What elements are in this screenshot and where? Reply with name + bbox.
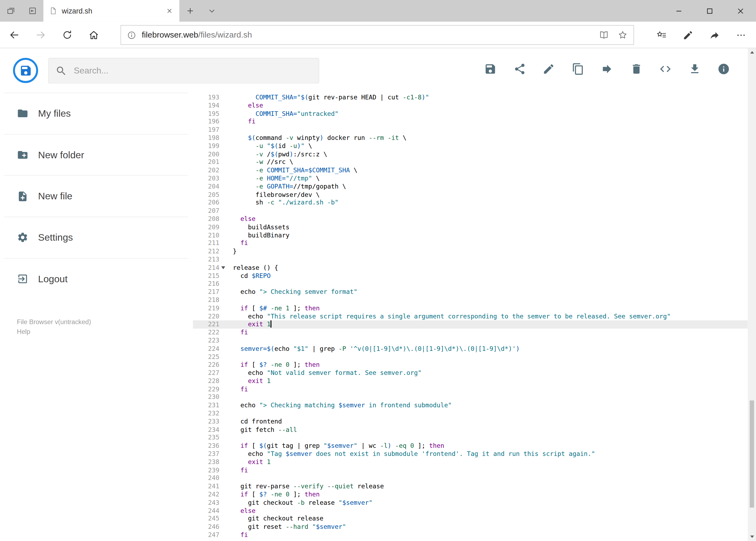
code-line[interactable]: 224 semver=$(echo "$1" | grep -P '^v(0|[… — [193, 345, 748, 353]
back-button[interactable] — [1, 21, 28, 48]
code-line[interactable]: 215 cd $REPO — [193, 272, 748, 280]
code-line[interactable]: 241 git rev-parse --verify --quiet relea… — [193, 483, 748, 491]
download-button[interactable] — [684, 58, 705, 80]
share-button[interactable] — [509, 58, 530, 80]
move-button[interactable] — [597, 58, 618, 80]
code-line[interactable]: 230 — [193, 393, 748, 402]
code-line[interactable]: 218 — [193, 296, 748, 304]
new-tab-button[interactable] — [179, 0, 201, 22]
sidebar-item-settings[interactable]: Settings — [4, 217, 188, 258]
code-line[interactable]: 229 fi — [193, 385, 748, 393]
code-line[interactable]: 247 fi — [193, 531, 748, 539]
code-line[interactable]: 220 echo "This release script requires a… — [193, 312, 748, 320]
code-line[interactable]: 197 — [193, 126, 748, 134]
scroll-down-button[interactable] — [748, 533, 756, 541]
favorite-star-icon[interactable] — [618, 30, 628, 40]
code-line[interactable]: 240 — [193, 475, 748, 483]
sidebar-item-new-folder[interactable]: New folder — [4, 134, 188, 175]
code-line[interactable]: 243 git checkout -b release "$semver" — [193, 499, 748, 507]
code-line[interactable]: 213 — [193, 256, 748, 264]
code-line[interactable]: 193 COMMIT_SHA="$(git rev-parse HEAD | c… — [193, 94, 748, 102]
code-line[interactable]: 203 -e HOME="//tmp" \ — [193, 175, 748, 183]
code-line[interactable]: 226 if [ $? -ne 0 ]; then — [193, 361, 748, 369]
share-button[interactable] — [705, 25, 724, 45]
code-line[interactable]: 198 $(command -v winpty) docker run --rm… — [193, 134, 748, 142]
code-line[interactable]: 195 COMMIT_SHA="untracked" — [193, 110, 748, 118]
sidebar-item-new-file[interactable]: New file — [4, 175, 188, 217]
search-box[interactable] — [48, 58, 319, 84]
code-editor[interactable]: 193 COMMIT_SHA="$(git rev-parse HEAD | c… — [193, 90, 748, 541]
filebrowser-logo[interactable] — [13, 58, 38, 83]
code-line[interactable]: 206 sh -c "./wizard.sh -b" — [193, 199, 748, 207]
code-line[interactable]: 217 echo "> Checking semver format" — [193, 288, 748, 296]
delete-button[interactable] — [626, 58, 647, 80]
code-line[interactable]: 235 — [193, 434, 748, 442]
code-line[interactable]: 216 — [193, 280, 748, 288]
web-note-button[interactable] — [678, 25, 697, 45]
code-line[interactable]: 232 — [193, 410, 748, 418]
code-line[interactable]: 239 fi — [193, 466, 748, 475]
help-link[interactable]: Help — [17, 327, 91, 337]
code-line[interactable]: 233 cd frontend — [193, 418, 748, 426]
code-line[interactable]: 238 exit 1 — [193, 458, 748, 466]
code-line[interactable]: 242 if [ $? -ne 0 ]; then — [193, 491, 748, 499]
hub-button[interactable] — [652, 25, 671, 45]
info-button[interactable] — [713, 58, 734, 80]
code-line[interactable]: 227 echo "Not valid semver format. See s… — [193, 369, 748, 377]
code-line[interactable]: 234 git fetch --all — [193, 426, 748, 434]
view-code-button[interactable] — [655, 58, 676, 80]
code-line[interactable]: 246 git reset --hard "$semver" — [193, 523, 748, 531]
code-line[interactable]: 200 -v /$(pwd):/src:z \ — [193, 151, 748, 159]
set-tabs-aside-button[interactable] — [0, 0, 22, 22]
sidebar-item-logout[interactable]: Logout — [4, 258, 188, 299]
scrollbar-thumb[interactable] — [750, 400, 754, 508]
code-line[interactable]: 207 — [193, 207, 748, 215]
maximize-button[interactable] — [694, 0, 725, 22]
code-line[interactable]: 194 else — [193, 102, 748, 110]
refresh-button[interactable] — [54, 21, 81, 48]
code-line[interactable]: 209 buildAssets — [193, 224, 748, 232]
code-line[interactable]: 201 -w //src \ — [193, 159, 748, 167]
code-line[interactable]: 208 else — [193, 215, 748, 224]
forward-button[interactable] — [28, 21, 54, 48]
code-line[interactable]: 225 — [193, 353, 748, 361]
show-tab-previews-button[interactable] — [22, 0, 43, 22]
code-line[interactable]: 236 if [ $(git tag | grep "$semver" | wc… — [193, 442, 748, 450]
code-line[interactable]: 245 git checkout release — [193, 515, 748, 523]
home-button[interactable] — [81, 21, 107, 48]
code-line[interactable]: 222 fi — [193, 329, 748, 337]
code-line[interactable]: 202 -e COMMIT_SHA=$COMMIT_SHA \ — [193, 167, 748, 175]
edit-button[interactable] — [538, 58, 560, 80]
code-line[interactable]: 199 -u "$(id -u)" \ — [193, 142, 748, 151]
search-input[interactable] — [74, 66, 312, 76]
code-line[interactable]: 205 filebrowser/dev \ — [193, 191, 748, 199]
page-info-icon[interactable] — [127, 30, 136, 40]
code-line[interactable]: 223 — [193, 337, 748, 345]
more-button[interactable] — [731, 25, 751, 45]
code-line[interactable]: 210 buildBinary — [193, 232, 748, 240]
tab-preview-chevron-button[interactable] — [201, 0, 223, 22]
scroll-up-button[interactable] — [748, 48, 756, 56]
sidebar-item-my-files[interactable]: My files — [4, 93, 188, 134]
code-line[interactable]: 237 echo "Tag $semver does not exist in … — [193, 450, 748, 458]
code-line[interactable]: 212} — [193, 248, 748, 256]
minimize-button[interactable] — [663, 0, 694, 22]
address-bar[interactable]: filebrowser.web/files/wizard.sh — [121, 25, 634, 45]
code-line[interactable]: 219 if [ $# -ne 1 ]; then — [193, 304, 748, 312]
code-line[interactable]: 204 -e GOPATH=//tmp/gopath \ — [193, 183, 748, 191]
save-button[interactable] — [480, 58, 501, 80]
reading-view-icon[interactable] — [599, 30, 609, 40]
close-button[interactable] — [725, 0, 756, 22]
code-line[interactable]: 221 exit 1 — [193, 320, 748, 329]
code-line[interactable]: 211 fi — [193, 240, 748, 248]
scrollbar[interactable] — [748, 48, 756, 541]
code-line[interactable]: 196 fi — [193, 118, 748, 126]
code-line[interactable]: 228 exit 1 — [193, 377, 748, 385]
fold-marker-icon[interactable] — [221, 266, 225, 269]
browser-tab[interactable]: wizard.sh — [44, 0, 179, 22]
code-line[interactable]: 214release () { — [193, 264, 748, 272]
copy-button[interactable] — [567, 58, 589, 80]
code-line[interactable]: 231 echo "> Checking matching $semver in… — [193, 402, 748, 410]
code-line[interactable]: 244 else — [193, 507, 748, 515]
tab-close-icon[interactable] — [165, 7, 173, 15]
